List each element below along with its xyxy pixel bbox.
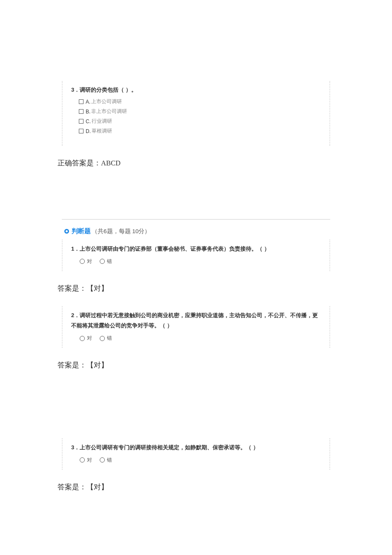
tf-true-label: 对 — [87, 258, 92, 265]
mc-q3-opt-d[interactable]: D. 草根调研 — [79, 127, 321, 135]
tf-true-label: 对 — [87, 457, 92, 464]
tf-q3-true[interactable]: 对 — [80, 457, 92, 464]
radio-icon[interactable] — [80, 336, 85, 341]
section-header-tf: 判断题 （共6题，每题 10分） — [62, 227, 330, 235]
tf-question-2: 2．调研过程中若无意接触到公司的商业机密，应秉持职业道德，主动告知公司，不公开、… — [62, 306, 330, 348]
opt-text: 上市公司调研 — [91, 98, 122, 105]
mc-question-3: 3．调研的分类包括（ ）。 A. 上市公司调研 B. 非上市公司调研 C. 行业… — [62, 81, 330, 146]
tf-q2-true[interactable]: 对 — [80, 335, 92, 342]
opt-letter: C. — [86, 119, 91, 124]
radio-icon[interactable] — [80, 259, 85, 264]
mc-q3-opt-b[interactable]: B. 非上市公司调研 — [79, 108, 321, 115]
section-title: 判断题 — [72, 227, 91, 235]
opt-text: 草根调研 — [92, 127, 112, 135]
tf-q3-title: 3．上市公司调研有专门的调研接待相关规定，如静默期、保密承诺等。（ ） — [71, 442, 321, 453]
tf-q2-answer: 答案是：【对】 — [58, 361, 392, 370]
checkbox-icon[interactable] — [79, 99, 84, 104]
checkbox-icon[interactable] — [79, 129, 84, 133]
checkbox-icon[interactable] — [79, 119, 84, 124]
tf-q2-title: 2．调研过程中若无意接触到公司的商业机密，应秉持职业道德，主动告知公司，不公开、… — [71, 310, 321, 331]
tf-q3-answer: 答案是：【对】 — [58, 483, 392, 492]
tf-q2-options: 对 错 — [80, 335, 321, 342]
mc-q3-opt-c[interactable]: C. 行业调研 — [79, 118, 321, 125]
radio-icon[interactable] — [100, 259, 105, 264]
tf-q1-answer: 答案是：【对】 — [58, 284, 392, 293]
opt-letter: B. — [86, 109, 90, 115]
bullet-ring-icon — [64, 229, 69, 234]
checkbox-icon[interactable] — [79, 109, 84, 114]
section-divider — [62, 219, 330, 220]
tf-q1-options: 对 错 — [80, 258, 321, 265]
opt-letter: A. — [86, 99, 90, 105]
tf-true-label: 对 — [87, 335, 92, 342]
tf-question-1: 1．上市公司调研由专门的证券部（董事会秘书、证券事务代表）负责接待。（ ） 对 … — [62, 240, 330, 271]
tf-false-label: 错 — [107, 258, 112, 265]
radio-icon[interactable] — [100, 457, 105, 462]
radio-icon[interactable] — [100, 336, 105, 341]
tf-false-label: 错 — [107, 335, 112, 342]
tf-q1-title: 1．上市公司调研由专门的证券部（董事会秘书、证券事务代表）负责接待。（ ） — [71, 244, 321, 254]
tf-q3-options: 对 错 — [80, 457, 321, 464]
section-subtitle: （共6题，每题 10分） — [92, 228, 150, 235]
tf-false-label: 错 — [107, 457, 112, 464]
opt-text: 非上市公司调研 — [91, 108, 127, 115]
radio-icon[interactable] — [80, 457, 85, 462]
tf-q1-false[interactable]: 错 — [100, 258, 112, 265]
mc-q3-opt-a[interactable]: A. 上市公司调研 — [79, 98, 321, 105]
tf-q3-false[interactable]: 错 — [100, 457, 112, 464]
tf-question-3: 3．上市公司调研有专门的调研接待相关规定，如静默期、保密承诺等。（ ） 对 错 — [62, 438, 330, 470]
tf-q1-true[interactable]: 对 — [80, 258, 92, 265]
mc-q3-title: 3．调研的分类包括（ ）。 — [71, 86, 321, 94]
mc-q3-options: A. 上市公司调研 B. 非上市公司调研 C. 行业调研 D. 草根调研 — [79, 98, 321, 135]
opt-text: 行业调研 — [92, 118, 112, 125]
tf-q2-false[interactable]: 错 — [100, 335, 112, 342]
opt-letter: D. — [86, 128, 91, 134]
mc-q3-answer: 正确答案是：ABCD — [58, 159, 392, 168]
